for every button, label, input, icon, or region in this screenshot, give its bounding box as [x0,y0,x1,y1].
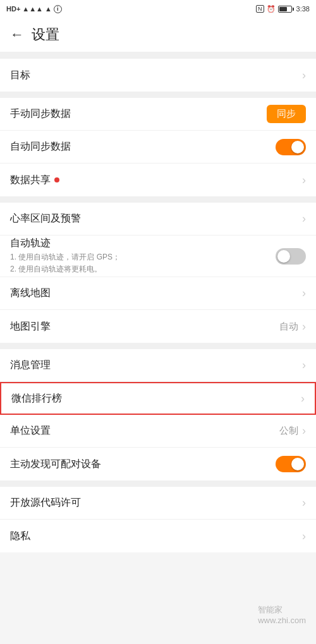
item-left-discover-device: 主动发现可配对设备 [10,458,276,471]
item-left-manual-sync: 手动同步数据 [10,107,267,121]
open-source-label: 开放源代码许可 [10,496,302,510]
unit-settings-label: 单位设置 [10,424,279,438]
toggle-knob-auto-track [277,250,290,263]
alarm-icon: ⏰ [267,5,276,13]
time-display: 3:38 [296,5,310,13]
section-separator-1 [0,52,316,59]
item-left-auto-track: 自动轨迹 1. 使用自动轨迹，请开启 GPS；2. 使用自动轨迹将更耗电。 [10,237,276,275]
map-engine-value: 自动 [279,321,298,333]
watermark-line2: www.zhi.com [258,616,306,625]
item-right-unit-settings: 公制 › [279,424,306,438]
settings-item-heart-rate[interactable]: 心率区间及预警 › [0,203,316,236]
item-right-open-source: › [302,496,306,510]
toggle-knob-discover-device [291,458,304,470]
sync-button[interactable]: 同步 [267,105,306,123]
section-separator-2 [0,92,316,98]
item-right-target: › [302,69,306,82]
item-right-manual-sync: 同步 [267,105,306,123]
item-left-heart-rate: 心率区间及预警 [10,212,302,225]
auto-track-label: 自动轨迹 [10,237,276,250]
item-right-auto-sync [276,139,306,155]
chevron-icon-wechat-rank: › [301,392,305,405]
data-share-label: 数据共享 [10,174,302,187]
settings-item-discover-device[interactable]: 主动发现可配对设备 [0,448,316,480]
settings-item-auto-track[interactable]: 自动轨迹 1. 使用自动轨迹，请开启 GPS；2. 使用自动轨迹将更耗电。 [0,236,316,277]
heart-rate-label: 心率区间及预警 [10,212,302,225]
settings-item-unit-settings[interactable]: 单位设置 公制 › [0,415,316,448]
signal-bars: ▲▲▲ [22,5,43,13]
auto-track-sublabel: 1. 使用自动轨迹，请开启 GPS；2. 使用自动轨迹将更耗电。 [10,251,276,275]
nfc-icon: N [256,5,264,13]
signal-hd: HD+ [6,5,20,13]
item-right-discover-device [276,456,306,472]
settings-item-wechat-rank[interactable]: 微信排行榜 › [0,382,316,415]
item-left-privacy: 隐私 [10,530,302,543]
item-left-wechat-rank: 微信排行榜 [11,392,301,405]
auto-sync-toggle[interactable] [276,139,306,155]
settings-section-1: 目标 › [0,59,316,92]
chevron-icon-unit-settings: › [302,424,306,438]
data-share-dot [54,177,59,182]
privacy-label: 隐私 [10,530,302,543]
item-left-message-mgmt: 消息管理 [10,359,302,372]
status-left: HD+ ▲▲▲ ▲ i [6,5,62,13]
watermark-line1: 智能家 [258,604,306,616]
discover-device-label: 主动发现可配对设备 [10,458,276,471]
chevron-icon-map-engine: › [302,320,306,333]
page-header: ← 设置 [0,18,316,52]
settings-item-data-share[interactable]: 数据共享 › [0,164,316,196]
item-right-message-mgmt: › [302,359,306,372]
chevron-icon-data-share: › [302,174,306,187]
wechat-rank-label: 微信排行榜 [11,392,301,405]
item-left-data-share: 数据共享 [10,174,302,187]
chevron-icon-heart-rate: › [302,212,306,225]
section-separator-3 [0,196,316,203]
settings-item-manual-sync[interactable]: 手动同步数据 同步 [0,98,316,131]
back-button[interactable]: ← [10,27,24,43]
page-title: 设置 [32,25,59,44]
settings-item-auto-sync[interactable]: 自动同步数据 [0,131,316,164]
settings-section-3: 心率区间及预警 › 自动轨迹 1. 使用自动轨迹，请开启 GPS；2. 使用自动… [0,203,316,343]
chevron-icon-open-source: › [302,496,306,510]
section-separator-5 [0,480,316,487]
item-right-heart-rate: › [302,212,306,225]
chevron-icon-message-mgmt: › [302,359,306,372]
settings-item-privacy[interactable]: 隐私 › [0,520,316,552]
chevron-icon: › [302,69,306,82]
settings-section-2: 手动同步数据 同步 自动同步数据 数据共享 › [0,98,316,196]
settings-item-open-source[interactable]: 开放源代码许可 › [0,487,316,520]
settings-item-message-mgmt[interactable]: 消息管理 › [0,349,316,382]
unit-settings-value: 公制 [279,425,298,437]
item-left-offline-map: 离线地图 [10,287,302,300]
battery-indicator [278,6,294,13]
map-engine-label: 地图引擎 [10,320,279,333]
item-right-privacy: › [302,530,306,543]
discover-device-toggle[interactable] [276,456,306,472]
auto-sync-label: 自动同步数据 [10,140,276,153]
toggle-knob [291,141,304,153]
wifi-icon: ▲ [45,5,52,13]
watermark: 智能家 www.zhi.com [258,604,306,625]
manual-sync-label: 手动同步数据 [10,107,267,121]
chevron-icon-privacy: › [302,530,306,543]
settings-item-offline-map[interactable]: 离线地图 › [0,277,316,310]
item-right-wechat-rank: › [301,392,305,405]
item-right-offline-map: › [302,287,306,300]
section-separator-4 [0,343,316,349]
item-left-open-source: 开放源代码许可 [10,496,302,510]
item-left-auto-sync: 自动同步数据 [10,140,276,153]
settings-section-4: 消息管理 › 微信排行榜 › 单位设置 公制 › 主动发现可配对设备 [0,349,316,480]
target-label: 目标 [10,69,302,82]
status-bar: HD+ ▲▲▲ ▲ i N ⏰ 3:38 [0,0,316,18]
settings-item-map-engine[interactable]: 地图引擎 自动 › [0,310,316,343]
item-right-map-engine: 自动 › [279,320,306,333]
status-right: N ⏰ 3:38 [256,5,310,13]
item-left-unit-settings: 单位设置 [10,424,279,438]
settings-item-target[interactable]: 目标 › [0,59,316,92]
auto-track-toggle[interactable] [276,248,306,265]
item-right-data-share: › [302,174,306,187]
chevron-icon-offline-map: › [302,287,306,300]
item-left-map-engine: 地图引擎 [10,320,279,333]
info-icon: i [54,5,62,13]
item-left-target: 目标 [10,69,302,82]
